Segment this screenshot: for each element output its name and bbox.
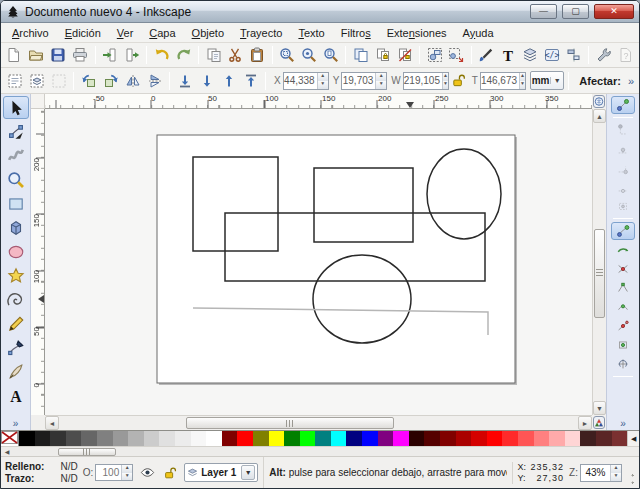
menu-texto[interactable]: Texto (290, 25, 332, 41)
close-button[interactable]: ✕ (594, 4, 634, 19)
w-field[interactable]: 219,105▲▼ (403, 72, 449, 90)
palette-swatch[interactable] (315, 431, 331, 446)
new-document-button[interactable] (4, 45, 25, 66)
palette-swatch[interactable] (144, 431, 160, 446)
palette-scroll-arrow-icon[interactable]: ◀ (627, 431, 639, 446)
snap-nodes-button[interactable] (611, 222, 635, 240)
scroll-down-icon[interactable]: ▼ (593, 401, 606, 415)
palette-scrollbar[interactable]: ◀ (1, 446, 639, 456)
opacity-field[interactable]: 100 ▲▼ (95, 464, 133, 481)
minimize-button[interactable]: — (530, 4, 557, 19)
flip-horizontal-button[interactable] (122, 70, 143, 91)
palette-swatch[interactable] (206, 431, 222, 446)
snap-paths-button[interactable] (611, 241, 635, 259)
no-color-swatch[interactable] (1, 431, 19, 446)
palette-swatch[interactable] (300, 431, 316, 446)
palette-swatch[interactable] (50, 431, 66, 446)
zoom-spinner[interactable]: ▲▼ (610, 465, 621, 481)
layer-select[interactable]: Layer 1 ▼ (184, 463, 258, 482)
palette-swatch[interactable] (113, 431, 129, 446)
duplicate-button[interactable] (350, 45, 371, 66)
spinner[interactable]: ▲▼ (317, 73, 328, 89)
text-button[interactable]: A (3, 384, 29, 407)
rotate-ccw-button[interactable] (78, 70, 99, 91)
lower-to-bottom-button[interactable] (174, 70, 195, 91)
x-field[interactable]: 44,338▲▼ (283, 72, 329, 90)
palette-swatch[interactable] (378, 431, 394, 446)
align-dialog-button[interactable] (563, 45, 584, 66)
horizontal-scrollbar[interactable]: ◄ ► (45, 415, 592, 430)
t-field[interactable]: 146,673▲▼ (480, 72, 526, 90)
palette-swatch[interactable] (471, 431, 487, 446)
tools-more-button[interactable]: » (1, 418, 30, 429)
palette-swatch[interactable] (440, 431, 456, 446)
snap-bbox-edge-midpoints-button[interactable] (611, 178, 635, 196)
copy-button[interactable] (203, 45, 224, 66)
rectangle-button[interactable] (3, 192, 29, 215)
vscroll-thumb[interactable] (594, 229, 605, 318)
snap-rotation-centers-button[interactable] (611, 355, 635, 373)
palette-scroll-thumb[interactable] (58, 448, 116, 456)
hscroll-thumb[interactable] (186, 417, 394, 429)
rotate-cw-button[interactable] (100, 70, 121, 91)
snap-object-centers-button[interactable] (611, 336, 635, 354)
palette-swatch[interactable] (393, 431, 409, 446)
raise-button[interactable] (218, 70, 239, 91)
menu-filtros[interactable]: Filtros (333, 25, 379, 41)
selector-button[interactable] (3, 96, 29, 119)
snap-bbox-edges-button[interactable] (611, 140, 635, 158)
menu-trayecto[interactable]: Trayecto (232, 25, 290, 41)
unlink-clone-button[interactable] (394, 45, 415, 66)
scroll-up-icon[interactable]: ▲ (593, 109, 606, 123)
snap-bbox-centers-button[interactable] (611, 197, 635, 215)
menu-ayuda[interactable]: Ayuda (455, 25, 502, 41)
menu-capa[interactable]: Capa (141, 25, 183, 41)
palette-swatch[interactable] (409, 431, 425, 446)
palette-swatch[interactable] (456, 431, 472, 446)
palette-swatch[interactable] (424, 431, 440, 446)
vscroll-track[interactable] (593, 123, 606, 401)
spinner[interactable]: ▲▼ (519, 73, 525, 89)
palette-swatch[interactable] (253, 431, 269, 446)
snap-more-button[interactable]: » (607, 418, 639, 429)
palette-swatch[interactable] (191, 431, 207, 446)
snap-cusp-nodes-button[interactable] (611, 279, 635, 297)
pencil-button[interactable] (3, 312, 29, 335)
cut-button[interactable] (225, 45, 246, 66)
palette-swatch[interactable] (534, 431, 550, 446)
enable-snapping-button[interactable] (611, 96, 635, 114)
layers-dialog-button[interactable] (520, 45, 541, 66)
palette-swatch[interactable] (362, 431, 378, 446)
fill-stroke-dialog-button[interactable] (476, 45, 497, 66)
palette-swatch[interactable] (518, 431, 534, 446)
group-button[interactable] (424, 45, 445, 66)
3d-box-button[interactable] (3, 216, 29, 239)
menu-edición[interactable]: Edición (57, 25, 109, 41)
toolbar-more-button[interactable]: » (626, 75, 636, 87)
palette-swatch[interactable] (222, 431, 238, 446)
opacity-spinner[interactable]: ▲▼ (121, 465, 132, 480)
document-properties-button[interactable]: ? (615, 45, 636, 66)
tweak-button[interactable] (3, 144, 29, 167)
drawing-canvas[interactable] (45, 109, 592, 415)
spinner[interactable]: ▲▼ (442, 73, 448, 89)
calligraphy-button[interactable] (3, 360, 29, 383)
ruler-corner-button[interactable] (593, 95, 605, 108)
palette-swatch[interactable] (487, 431, 503, 446)
ungroup-button[interactable] (446, 45, 467, 66)
snap-bbox-button[interactable] (611, 121, 635, 139)
paste-button[interactable] (247, 45, 268, 66)
bezier-button[interactable] (3, 336, 29, 359)
select-all-button[interactable] (4, 70, 25, 91)
create-clone-button[interactable] (372, 45, 393, 66)
redo-button[interactable] (173, 45, 194, 66)
unit-select[interactable]: mm ▼ (530, 71, 564, 90)
fill-stroke-indicator[interactable]: Relleno: N/D Trazo: N/D (5, 461, 78, 485)
layer-lock-toggle[interactable] (161, 464, 179, 482)
palette-swatch[interactable] (331, 431, 347, 446)
menu-objeto[interactable]: Objeto (184, 25, 232, 41)
snap-path-intersections-button[interactable] (611, 260, 635, 278)
scroll-left-icon[interactable]: ◄ (45, 416, 59, 430)
palette-swatch[interactable] (549, 431, 565, 446)
menu-archivo[interactable]: Archivo (4, 25, 57, 41)
